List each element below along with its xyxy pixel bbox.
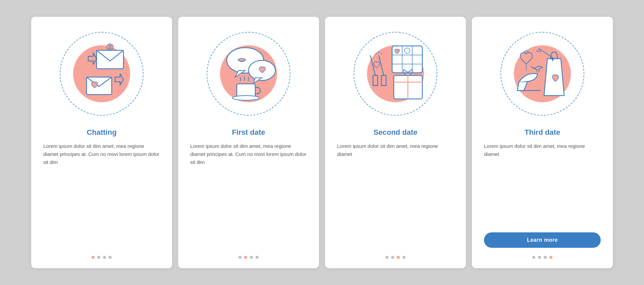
first-date-illustration [202, 27, 296, 121]
first-date-title: First date [232, 128, 265, 137]
first-date-dots [238, 256, 259, 259]
svg-marker-7 [115, 74, 123, 85]
learn-more-button[interactable]: Learn more [484, 232, 601, 248]
svg-rect-12 [237, 84, 255, 97]
second-date-title: Second date [374, 128, 418, 137]
svg-point-3 [107, 45, 109, 49]
dot-3 [402, 256, 406, 259]
chatting-illustration [55, 27, 149, 121]
dot-3 [256, 256, 259, 259]
first-date-text: Lorem ipsum dolor sit dim amet, mea regi… [190, 142, 307, 166]
svg-line-27 [381, 53, 382, 55]
first-date-icon [215, 40, 282, 107]
dot-0 [238, 256, 241, 259]
svg-point-29 [537, 69, 539, 72]
second-date-illustration [348, 27, 442, 121]
third-date-text: Lorem ipsum dolor sit dim amet, mea regi… [484, 142, 601, 158]
svg-line-25 [375, 53, 377, 55]
dot-1 [538, 256, 541, 259]
second-date-text: Lorem ipsum dolor sit dim amet, mea regi… [337, 142, 454, 158]
dot-2 [103, 256, 106, 259]
dot-0 [385, 256, 388, 259]
chatting-icon [68, 40, 135, 107]
third-date-title: Third date [525, 128, 560, 137]
card-first-date: First date Lorem ipsum dolor sit dim ame… [178, 17, 319, 268]
dot-3 [109, 256, 112, 259]
chatting-text: Lorem ipsum dolor sit dim amet, mea regi… [43, 142, 160, 166]
dot-0 [92, 256, 95, 259]
dot-1 [391, 256, 394, 259]
dot-2 [397, 256, 400, 259]
svg-point-13 [232, 96, 259, 100]
svg-point-4 [111, 45, 113, 49]
cards-container: Chatting Lorem ipsum dolor sit dim amet,… [18, 3, 626, 282]
chatting-dots [92, 256, 112, 259]
second-date-icon [360, 39, 431, 109]
card-third-date: Third date Lorem ipsum dolor sit dim ame… [472, 17, 613, 268]
third-date-icon [507, 39, 578, 109]
dot-2 [250, 256, 253, 259]
second-date-dots [385, 256, 406, 259]
dot-0 [532, 256, 535, 259]
third-date-dots [532, 256, 552, 259]
card-chatting: Chatting Lorem ipsum dolor sit dim amet,… [31, 17, 172, 268]
dot-3 [549, 256, 552, 259]
dot-1 [244, 256, 247, 259]
chatting-title: Chatting [87, 128, 116, 137]
third-date-illustration [495, 27, 589, 121]
dot-1 [97, 256, 100, 259]
svg-marker-5 [88, 53, 97, 64]
dot-2 [544, 256, 547, 259]
card-second-date: Second date Lorem ipsum dolor sit dim am… [325, 17, 466, 268]
